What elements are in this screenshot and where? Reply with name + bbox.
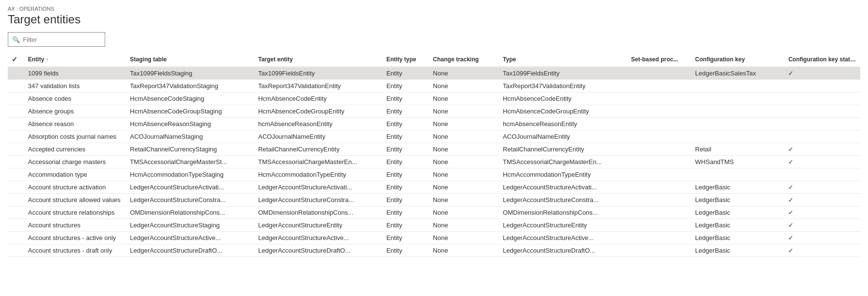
table-row[interactable]: Absence reasonHcmAbsenceReasonStaginghcm… <box>8 118 860 130</box>
confstatus-cell <box>784 80 860 92</box>
type-cell: LedgerAccountStructureConstra... <box>499 194 627 206</box>
filter-input[interactable] <box>23 36 101 43</box>
setbased-cell <box>627 80 692 92</box>
entitytype-cell: Entity <box>382 156 429 168</box>
table-row[interactable]: Account structures - draft onlyLedgerAcc… <box>8 244 860 257</box>
setbased-cell <box>627 232 692 244</box>
col-header-type[interactable]: Type <box>499 53 627 67</box>
check-cell <box>8 80 24 92</box>
table-row[interactable]: 1099 fieldsTax1099FieldsStagingTax1099Fi… <box>8 67 860 80</box>
sort-arrow-icon: ↑ <box>46 57 48 62</box>
setbased-cell <box>627 67 692 80</box>
type-cell: Tax1099FieldsEntity <box>499 67 627 80</box>
check-cell <box>8 168 24 181</box>
filter-box[interactable]: 🔍 <box>8 32 105 47</box>
type-cell: LedgerAccountStructureEntity <box>499 219 627 232</box>
confstatus-cell <box>784 105 860 118</box>
confstatus-cell <box>784 168 860 181</box>
check-cell <box>8 181 24 194</box>
type-cell: HcmAbsenceCodeEntity <box>499 92 627 105</box>
check-cell <box>8 67 24 80</box>
col-header-confstatus[interactable]: Configuration key status <box>784 53 860 67</box>
target-cell: RetailChannelCurrencyEntity <box>254 143 382 156</box>
table-row[interactable]: Account structures - active onlyLedgerAc… <box>8 232 860 244</box>
page-title: Target entities <box>8 13 860 26</box>
confkey-cell: LedgerBasicSalesTax <box>691 67 784 80</box>
target-cell: HcmAbsenceCodeEntity <box>254 92 382 105</box>
target-cell: HcmAccommodationTypeEntity <box>254 168 382 181</box>
entity-cell: Absence groups <box>24 105 126 118</box>
setbased-cell <box>627 168 692 181</box>
checkmark-icon: ✓ <box>12 56 18 63</box>
col-header-staging[interactable]: Staging table <box>126 53 254 67</box>
table-row[interactable]: Account structuresLedgerAccountStructure… <box>8 219 860 232</box>
confkey-cell: LedgerBasic <box>691 206 784 219</box>
table-row[interactable]: Absence groupsHcmAbsenceCodeGroupStaging… <box>8 105 860 118</box>
entitytype-cell: Entity <box>382 219 429 232</box>
entity-cell: Account structures - draft only <box>24 244 126 257</box>
type-cell: HcmAbsenceCodeGroupEntity <box>499 105 627 118</box>
staging-cell: TMSAccessorialChargeMasterSt... <box>126 156 254 168</box>
target-cell: LedgerAccountStructureEntity <box>254 219 382 232</box>
confstatus-cell: ✓ <box>784 143 860 156</box>
table-row[interactable]: Accessorial charge mastersTMSAccessorial… <box>8 156 860 168</box>
entity-cell: Accepted currencies <box>24 143 126 156</box>
col-header-confkey[interactable]: Configuration key <box>691 53 784 67</box>
confkey-cell: LedgerBasic <box>691 232 784 244</box>
table-row[interactable]: Account structure activationLedgerAccoun… <box>8 181 860 194</box>
table-body: 1099 fieldsTax1099FieldsStagingTax1099Fi… <box>8 67 860 257</box>
check-cell <box>8 194 24 206</box>
type-cell: LedgerAccountStructureDraftO... <box>499 244 627 257</box>
col-header-tracking[interactable]: Change tracking <box>429 53 499 67</box>
target-cell: LedgerAccountStructureActivati... <box>254 181 382 194</box>
check-cell <box>8 130 24 143</box>
entitytype-cell: Entity <box>382 92 429 105</box>
entity-cell: Account structures <box>24 219 126 232</box>
table-row[interactable]: Account structure allowed valuesLedgerAc… <box>8 194 860 206</box>
entitytype-cell: Entity <box>382 130 429 143</box>
confkey-cell: Retail <box>691 143 784 156</box>
tracking-cell: None <box>429 92 499 105</box>
entitytype-cell: Entity <box>382 232 429 244</box>
type-cell: LedgerAccountStructureActivati... <box>499 181 627 194</box>
table-row[interactable]: Accommodation typeHcmAccommodationTypeSt… <box>8 168 860 181</box>
col-header-entitytype[interactable]: Entity type <box>382 53 429 67</box>
confstatus-cell: ✓ <box>784 181 860 194</box>
table-row[interactable]: Absence codesHcmAbsenceCodeStagingHcmAbs… <box>8 92 860 105</box>
setbased-cell <box>627 92 692 105</box>
col-header-check: ✓ <box>8 53 24 67</box>
confkey-cell: LedgerBasic <box>691 181 784 194</box>
confstatus-cell <box>784 118 860 130</box>
entitytype-cell: Entity <box>382 118 429 130</box>
setbased-cell <box>627 244 692 257</box>
check-cell <box>8 244 24 257</box>
tracking-cell: None <box>429 181 499 194</box>
table-row[interactable]: Account structure relationshipsOMDimensi… <box>8 206 860 219</box>
tracking-cell: None <box>429 130 499 143</box>
confstatus-cell: ✓ <box>784 244 860 257</box>
table-row[interactable]: 347 validation listsTaxReport347Validati… <box>8 80 860 92</box>
staging-cell: TaxReport347ValidationStaging <box>126 80 254 92</box>
staging-cell: RetailChannelCurrencyStaging <box>126 143 254 156</box>
confkey-cell: LedgerBasic <box>691 219 784 232</box>
setbased-cell <box>627 156 692 168</box>
table-row[interactable]: Accepted currenciesRetailChannelCurrency… <box>8 143 860 156</box>
entity-cell: Account structure allowed values <box>24 194 126 206</box>
col-header-setbased[interactable]: Set-based proc... <box>627 53 692 67</box>
table-row[interactable]: Absorption costs journal namesACOJournal… <box>8 130 860 143</box>
staging-cell: HcmAbsenceReasonStaging <box>126 118 254 130</box>
entity-cell: Account structures - active only <box>24 232 126 244</box>
staging-cell: LedgerAccountStructureDraftO... <box>126 244 254 257</box>
col-header-target[interactable]: Target entity <box>254 53 382 67</box>
tracking-cell: None <box>429 143 499 156</box>
entitytype-cell: Entity <box>382 143 429 156</box>
staging-cell: Tax1099FieldsStaging <box>126 67 254 80</box>
target-cell: LedgerAccountStructureActive... <box>254 232 382 244</box>
tracking-cell: None <box>429 244 499 257</box>
confkey-cell <box>691 80 784 92</box>
type-cell: OMDimensionRelationshipCons... <box>499 206 627 219</box>
entitytype-cell: Entity <box>382 105 429 118</box>
confstatus-cell: ✓ <box>784 67 860 80</box>
confstatus-cell: ✓ <box>784 206 860 219</box>
col-header-entity[interactable]: Entity ↑ <box>24 53 126 67</box>
